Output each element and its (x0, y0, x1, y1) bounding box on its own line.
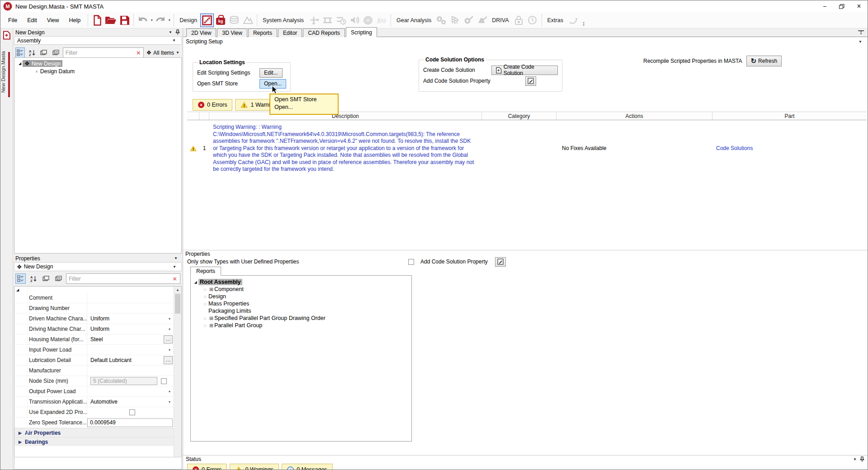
expand-all-button[interactable] (41, 273, 51, 284)
property-row[interactable]: Housing Material (for...Steel… (14, 334, 174, 345)
properties-menu-caret[interactable]: ▼ (171, 256, 180, 260)
expander-icon[interactable]: ◢ (17, 61, 23, 66)
property-row[interactable]: Comment (14, 293, 174, 303)
chevron-icon[interactable]: ▷ (203, 316, 208, 320)
property-row[interactable]: Lubrication DetailDefault Lubricant… (14, 355, 174, 366)
zero-speed-input[interactable]: 0.0009549 (87, 418, 173, 427)
scrollbar-thumb[interactable] (175, 294, 180, 314)
driva-time-button[interactable] (526, 14, 539, 27)
assembly-selector[interactable]: Assembly ▼ (14, 36, 182, 45)
tab-3d-view[interactable]: 3D View (217, 28, 247, 37)
collapse-all-button[interactable] (51, 47, 61, 58)
pin-icon[interactable] (859, 456, 865, 462)
mass-properties-button[interactable]: kg (214, 14, 227, 27)
ellipsis-button[interactable]: … (164, 356, 173, 364)
sidebar-menu-caret[interactable]: ▼ (166, 30, 175, 34)
column-description[interactable]: Description (209, 112, 482, 120)
property-row[interactable]: Input Power Load▾ (14, 345, 174, 355)
sort-az-button[interactable]: AZ (27, 47, 37, 58)
bevel-tools-button[interactable] (475, 14, 489, 27)
status-errors-button[interactable]: × 0 Errors (187, 464, 227, 470)
category-air-properties[interactable]: ▶Air Properties (14, 428, 174, 437)
scroll-up-icon[interactable]: ▲ (174, 287, 181, 293)
ellipsis-button[interactable]: … (164, 335, 173, 343)
column-count[interactable] (199, 112, 209, 120)
minimize-button[interactable]: − (816, 0, 833, 12)
tree-node-component[interactable]: ▷ ⊞ Component (191, 286, 411, 293)
scripting-setup-caret[interactable]: ▼ (856, 40, 865, 44)
property-row[interactable]: Driven Machine Chara...Uniform▾ (14, 314, 174, 324)
cad-export-button[interactable] (241, 14, 255, 27)
category-bearings[interactable]: ▶Bearings (14, 437, 174, 446)
chevron-icon[interactable]: ▷ (203, 295, 208, 299)
tree-node-design[interactable]: ▷ Design (191, 293, 411, 300)
add-property-button[interactable] (495, 257, 506, 267)
system-deflection-button[interactable] (321, 14, 334, 27)
tree-filter-input[interactable] (66, 50, 136, 56)
close-button[interactable]: × (850, 0, 868, 12)
column-part[interactable]: Part (712, 112, 867, 120)
use-expanded-2d-checkbox[interactable] (129, 409, 135, 415)
menu-file[interactable]: File (3, 17, 22, 24)
extras-button[interactable] (566, 14, 580, 27)
redo-dropdown[interactable]: ▼ (168, 19, 171, 22)
property-row[interactable]: Output Power Load▾ (14, 386, 174, 397)
categorized-view-button[interactable] (15, 273, 26, 284)
warning-row[interactable]: ! 1 Scripting Warning: : Warning C:\Wind… (187, 120, 867, 173)
errors-filter-button[interactable]: × 0 Errors (193, 99, 232, 111)
property-row[interactable]: Drawing Number (14, 303, 174, 314)
status-messages-button[interactable]: i 0 Messages (282, 464, 332, 470)
tree-node-mass-properties[interactable]: ▷ Mass Properties (191, 300, 411, 307)
dropdown-caret-icon[interactable]: ▾ (169, 317, 170, 321)
pin-icon[interactable] (175, 29, 180, 35)
tree-node-new-design[interactable]: ◢ ❖ New Design (14, 60, 181, 67)
menu-view[interactable]: View (42, 17, 64, 24)
status-warnings-button[interactable]: ! 0 Warnings (230, 464, 279, 470)
filter-clear-icon[interactable]: × (136, 49, 142, 56)
property-row[interactable]: Transmission Applicati...Automotive▾ (14, 397, 174, 407)
column-severity[interactable] (187, 112, 199, 120)
new-file-button[interactable] (90, 14, 104, 27)
property-row[interactable]: Driving Machine Char...Uniform▾ (14, 324, 174, 334)
design-mode-button[interactable] (200, 14, 214, 27)
expand-all-button[interactable] (39, 47, 48, 58)
dropdown-caret-icon[interactable]: ▾ (169, 327, 170, 331)
undo-dropdown[interactable]: ▼ (150, 19, 153, 22)
filter-clear-icon[interactable]: × (172, 275, 178, 282)
tree-node-design-datum[interactable]: ◑ Design Datum (14, 67, 181, 75)
document-tab-label[interactable]: New Design.Masta (0, 51, 8, 93)
create-code-solution-button[interactable]: Create Code Solution (491, 66, 558, 75)
status-menu-caret[interactable]: ▼ (850, 457, 859, 461)
tree-node-root-assembly[interactable]: ◢ Root Assembly (191, 278, 411, 286)
collapse-all-button[interactable] (53, 273, 64, 284)
open-file-button[interactable] (104, 14, 118, 27)
chevron-icon[interactable]: ▷ (203, 287, 208, 291)
toolbar-overflow[interactable]: ▾▾ (583, 22, 585, 26)
property-row[interactable]: Zero Speed Tolerance...0.0009549 (14, 418, 174, 428)
add-code-solution-property-button[interactable] (525, 76, 536, 86)
category-expander-row[interactable]: ◢ (14, 287, 174, 293)
edit-settings-button[interactable]: Edit... (259, 68, 283, 78)
property-row[interactable]: Use Expanded 2D Pro... (14, 407, 174, 418)
database-button[interactable] (227, 14, 241, 27)
dynamic-analysis-button[interactable] (334, 14, 348, 27)
harmonic-function-button[interactable]: f(x) (375, 14, 388, 27)
code-solutions-link[interactable]: Code Solutions (716, 145, 753, 151)
undo-button[interactable] (136, 14, 150, 27)
restore-button[interactable] (833, 0, 850, 12)
tab-overflow-icon[interactable]: ▾▾ (858, 30, 864, 35)
driva-weight-button[interactable] (512, 14, 526, 27)
properties-filter-input[interactable] (69, 276, 172, 282)
windings-button[interactable] (361, 14, 375, 27)
acoustics-button[interactable] (348, 14, 361, 27)
tab-scripting[interactable]: Scripting (346, 27, 377, 37)
power-flow-button[interactable] (307, 14, 321, 27)
redo-button[interactable] (154, 14, 167, 27)
properties-target-selector[interactable]: ❖ New Design ▼ (14, 262, 182, 271)
categorized-view-button[interactable] (15, 47, 25, 58)
macro-geometry-button[interactable] (434, 14, 448, 27)
gear-manufacturing-button[interactable] (462, 14, 475, 27)
expander-icon[interactable]: ◢ (193, 280, 198, 284)
property-grid-scrollbar[interactable]: ▲ ▼ (174, 287, 181, 470)
micro-geometry-button[interactable] (448, 14, 462, 27)
